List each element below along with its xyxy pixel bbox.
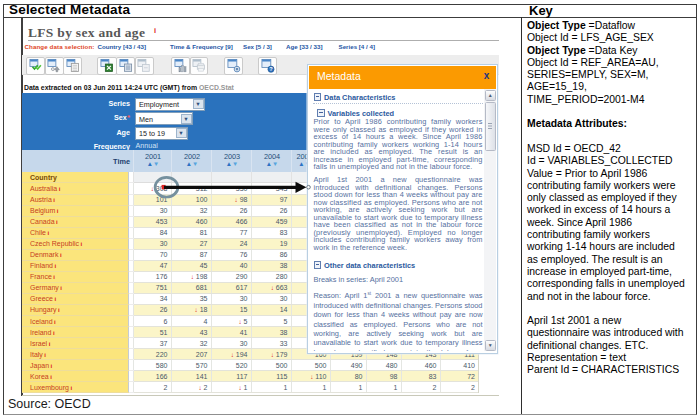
svg-text:?: ? [269,66,273,72]
